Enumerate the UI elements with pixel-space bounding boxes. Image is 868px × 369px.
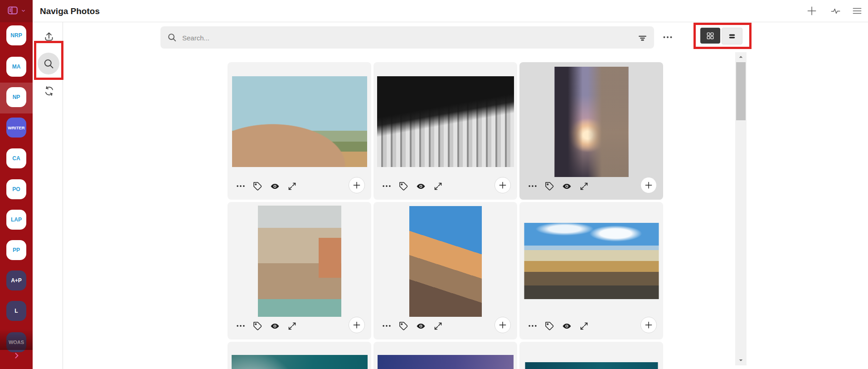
tags-icon[interactable] (398, 320, 409, 332)
search-bar (160, 26, 654, 49)
preview-icon[interactable] (269, 181, 281, 192)
menu-button[interactable] (850, 5, 864, 17)
panel-layout-icon (7, 5, 19, 18)
sidebar-item-ca[interactable]: CA (6, 148, 26, 168)
header-divider (33, 22, 868, 22)
more-options-icon[interactable] (527, 181, 538, 192)
vertical-scrollbar[interactable] (735, 52, 747, 365)
app-sidebar: NRPMANPWRITERCAPOLAPPPA+PLWOAS (0, 22, 33, 369)
photo-thumbnail[interactable] (232, 355, 368, 369)
card-action-bar (235, 177, 298, 195)
expand-icon[interactable] (578, 320, 590, 332)
tags-icon[interactable] (252, 320, 263, 332)
sidebar-expand-button[interactable] (0, 346, 33, 364)
chevron-down-icon (20, 7, 26, 15)
more-options-icon[interactable] (381, 181, 392, 192)
scroll-down-button[interactable] (735, 356, 747, 364)
filter-icon[interactable] (636, 31, 649, 44)
search-input[interactable] (181, 26, 609, 49)
expand-icon[interactable] (432, 320, 444, 332)
preview-icon[interactable] (561, 320, 572, 332)
sidebar-item-writer[interactable]: WRITER (6, 118, 26, 138)
photo-thumbnail[interactable] (232, 76, 367, 167)
add-to-collection-button[interactable] (640, 177, 657, 193)
app-header: Naviga Photos (0, 0, 868, 22)
tags-icon[interactable] (544, 181, 555, 192)
card-action-bar (381, 177, 444, 195)
card-action-bar (527, 317, 590, 335)
expand-icon[interactable] (286, 181, 298, 192)
photo-card[interactable] (228, 202, 371, 339)
preview-icon[interactable] (269, 320, 281, 332)
photo-card[interactable] (519, 342, 663, 369)
card-action-bar (381, 317, 444, 335)
activity-button[interactable] (829, 5, 842, 17)
sidebar-item-pp[interactable]: PP (6, 240, 26, 260)
expand-icon[interactable] (578, 181, 590, 192)
tags-icon[interactable] (398, 181, 409, 192)
preview-icon[interactable] (415, 320, 427, 332)
sidebar-item-np[interactable]: NP (6, 87, 26, 107)
sidebar-item-lap[interactable]: LAP (6, 210, 26, 230)
photo-thumbnail[interactable] (258, 206, 341, 317)
card-action-bar (235, 317, 298, 335)
photo-thumbnail[interactable] (409, 206, 482, 317)
tags-icon[interactable] (544, 320, 555, 332)
more-options-icon[interactable] (381, 320, 392, 332)
naviga-photos-app: { "app": { "title": "Naviga Photos" }, "… (0, 0, 868, 369)
sidebar-item-a-p[interactable]: A+P (6, 271, 26, 290)
toolbar-more-options-icon[interactable] (660, 32, 675, 43)
sidebar-item-po[interactable]: PO (6, 179, 26, 199)
photo-card[interactable] (373, 202, 517, 339)
sidebar-item-l[interactable]: L (6, 301, 26, 321)
more-options-icon[interactable] (527, 320, 538, 332)
scrollbar-thumb[interactable] (736, 62, 746, 120)
add-to-collection-button[interactable] (349, 317, 365, 333)
photo-thumbnail[interactable] (378, 355, 514, 369)
photo-card[interactable] (228, 62, 371, 200)
photo-thumbnail[interactable] (377, 76, 514, 167)
search-icon (167, 32, 177, 44)
expand-icon[interactable] (432, 181, 444, 192)
preview-icon[interactable] (561, 181, 572, 192)
search-tool-button[interactable] (38, 53, 59, 74)
add-to-collection-button[interactable] (495, 317, 511, 333)
grid-view-button[interactable] (700, 28, 720, 44)
photo-thumbnail[interactable] (525, 362, 658, 369)
scroll-up-button[interactable] (735, 53, 747, 60)
photo-thumbnail[interactable] (524, 223, 659, 299)
tags-icon[interactable] (252, 181, 263, 192)
add-to-collection-button[interactable] (495, 177, 511, 193)
workspace-switcher[interactable] (0, 0, 33, 22)
upload-button[interactable] (40, 28, 58, 45)
photo-card[interactable] (373, 342, 517, 369)
add-to-collection-button[interactable] (349, 177, 365, 193)
more-options-icon[interactable] (235, 181, 246, 192)
photo-card[interactable] (228, 342, 371, 369)
preview-icon[interactable] (415, 181, 427, 192)
add-to-collection-button[interactable] (640, 317, 657, 333)
photo-card-selected[interactable] (519, 62, 663, 200)
photo-thumbnail[interactable] (554, 67, 628, 177)
more-options-icon[interactable] (235, 320, 246, 332)
list-view-button[interactable] (722, 28, 742, 44)
photo-card[interactable] (519, 202, 663, 339)
sidebar-item-ma[interactable]: MA (6, 57, 26, 77)
sidebar-item-nrp[interactable]: NRP (6, 25, 26, 45)
card-action-bar (527, 177, 590, 195)
refresh-button[interactable] (40, 82, 58, 99)
expand-icon[interactable] (286, 320, 298, 332)
create-button[interactable] (805, 5, 819, 17)
photo-card[interactable] (373, 62, 517, 200)
tool-rail (33, 22, 63, 369)
page-title: Naviga Photos (40, 0, 100, 22)
